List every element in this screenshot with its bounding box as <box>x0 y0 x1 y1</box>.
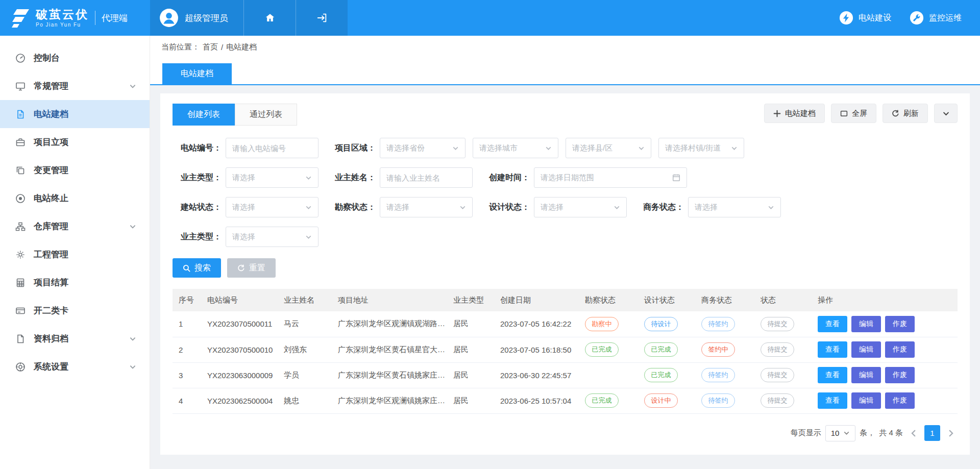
topbar: 破茧云伏 Po Jian Yun Fu 代理端 超级管理员 电站建设 监控运维 <box>0 0 980 36</box>
per-page-select[interactable]: 10 <box>825 425 856 441</box>
view-button[interactable]: 查看 <box>818 367 847 383</box>
column-header: 设计状态 <box>638 289 695 311</box>
table-row: 2YX2023070500010刘强东广东深圳龙华区黄石镇星官大…居民2023-… <box>173 337 958 362</box>
sidebar-item-system-settings[interactable]: 系统设置 <box>0 353 150 381</box>
select-placeholder: 请选择省份 <box>386 143 425 153</box>
district-select[interactable]: 请选择县/区 <box>566 138 651 158</box>
home-button[interactable] <box>243 0 296 36</box>
station-code-input[interactable] <box>226 138 318 158</box>
edit-button[interactable]: 编辑 <box>851 341 881 358</box>
build-status-select[interactable]: 请选择 <box>226 197 318 217</box>
province-select[interactable]: 请选择省份 <box>380 138 465 158</box>
sidebar-item-change-management[interactable]: 变更管理 <box>0 156 150 184</box>
sidebar-item-label: 系统设置 <box>34 361 68 373</box>
view-button[interactable]: 查看 <box>818 392 847 409</box>
breadcrumb: 当前位置： 首页 / 电站建档 <box>150 36 980 58</box>
status-cell <box>579 362 638 388</box>
lightning-icon <box>839 11 853 25</box>
sidebar-item-console[interactable]: 控制台 <box>0 44 150 72</box>
view-button[interactable]: 查看 <box>818 341 847 358</box>
sidebar-item-label: 变更管理 <box>34 164 68 176</box>
sidebar-item-general-management[interactable]: 常规管理 <box>0 72 150 100</box>
nav-monitor-ops[interactable]: 监控运维 <box>910 0 962 36</box>
refresh-button[interactable]: 刷新 <box>883 104 928 123</box>
edit-button[interactable]: 编辑 <box>851 316 881 332</box>
date-range-input[interactable]: 请选择日期范围 <box>534 167 687 188</box>
chevron-down-icon <box>638 145 645 152</box>
filter-row: 电站编号： 项目区域： 请选择省份 请选择城市 <box>173 138 958 158</box>
filter-survey-status: 勘察状态： 请选择 <box>327 197 473 217</box>
collapse-button[interactable] <box>934 104 958 123</box>
chevron-down-icon <box>129 83 136 90</box>
sidebar-item-station-termination[interactable]: 电站终止 <box>0 184 150 212</box>
select-placeholder: 请选择 <box>232 232 255 242</box>
business-status-select[interactable]: 请选择 <box>688 197 781 217</box>
edit-button[interactable]: 编辑 <box>851 392 881 409</box>
sidebar-item-station-filing[interactable]: 电站建档 <box>0 100 150 128</box>
breadcrumb-home-link[interactable]: 首页 <box>203 42 218 52</box>
owner-name-input[interactable] <box>380 167 473 188</box>
date-placeholder: 请选择日期范围 <box>541 173 594 183</box>
void-button[interactable]: 作废 <box>885 341 915 358</box>
logout-button[interactable] <box>296 0 348 36</box>
settings-icon <box>15 362 26 372</box>
column-header: 状态 <box>754 289 812 311</box>
owner-type2-select[interactable]: 请选择 <box>226 227 318 247</box>
sidebar-item-label: 项目立项 <box>34 136 68 148</box>
table-cell: 1 <box>173 311 201 337</box>
table-cell: 2023-06-25 10:57:04 <box>494 388 579 413</box>
sidebar-item-data-archive[interactable]: 资料归档 <box>0 325 150 353</box>
status-cell: 勘察中 <box>579 311 638 337</box>
fullscreen-button[interactable]: 全屏 <box>831 104 876 123</box>
breadcrumb-separator: / <box>221 43 223 52</box>
status-cell: 待签约 <box>695 311 754 337</box>
next-page-button[interactable] <box>946 429 955 438</box>
design-status-select[interactable]: 请选择 <box>534 197 627 217</box>
status-badge: 已完成 <box>585 393 619 408</box>
column-header: 商务状态 <box>695 289 754 311</box>
prev-page-button[interactable] <box>909 429 918 438</box>
sidebar-item-warehouse-management[interactable]: 仓库管理 <box>0 212 150 240</box>
sidebar-item-project-settlement[interactable]: 项目结算 <box>0 268 150 297</box>
city-select[interactable]: 请选择城市 <box>473 138 558 158</box>
brand-tag: 代理端 <box>102 12 128 24</box>
copy-icon <box>15 165 26 176</box>
chevron-down-icon <box>129 363 136 371</box>
user-menu[interactable]: 超级管理员 <box>150 0 243 36</box>
filter-row: 业主类型： 请选择 <box>173 227 958 247</box>
brand: 破茧云伏 Po Jian Yun Fu 代理端 <box>0 0 150 36</box>
search-button[interactable]: 搜索 <box>173 258 221 278</box>
view-button[interactable]: 查看 <box>818 316 847 332</box>
void-button[interactable]: 作废 <box>885 367 915 383</box>
survey-status-select[interactable]: 请选择 <box>380 197 473 217</box>
sidebar-item-project-approval[interactable]: 项目立项 <box>0 128 150 156</box>
sidebar-item-engineering-management[interactable]: 工程管理 <box>0 240 150 268</box>
table-cell: 2023-06-30 22:45:57 <box>494 362 579 388</box>
owner-type-select[interactable]: 请选择 <box>226 167 318 188</box>
tab-create-list[interactable]: 创建列表 <box>173 104 235 126</box>
head-actions: 电站建档 全屏 刷新 <box>764 104 958 123</box>
street-select[interactable]: 请选择村镇/街道 <box>658 138 744 158</box>
filter-label-build-status: 建站状态： <box>173 202 222 213</box>
total-count: 共 4 条 <box>879 428 903 438</box>
table-row: 1YX2023070500011马云广东深圳龙华区观澜镇观湖路…居民2023-0… <box>173 311 958 337</box>
void-button[interactable]: 作废 <box>885 392 915 409</box>
edit-button[interactable]: 编辑 <box>851 367 881 383</box>
page-tab-station-filing[interactable]: 电站建档 <box>162 63 232 84</box>
table-row: 4YX2023062500004姚忠广东深圳龙华区观澜镇姚家庄…居民2023-0… <box>173 388 958 413</box>
tab-passed-list[interactable]: 通过列表 <box>235 104 297 126</box>
per-page-suffix: 条， <box>860 428 875 438</box>
nav-station-build[interactable]: 电站建设 <box>839 0 891 36</box>
filter-label-survey-status: 勘察状态： <box>327 202 376 213</box>
calculator-icon <box>15 278 26 288</box>
briefcase-icon <box>15 137 26 147</box>
content-area: 创建列表 通过列表 电站建档 全屏 <box>150 85 980 469</box>
sidebar-item-type2-card[interactable]: 开二类卡 <box>0 297 150 325</box>
add-station-button[interactable]: 电站建档 <box>764 104 825 123</box>
brand-text: 破茧云伏 Po Jian Yun Fu <box>36 8 89 28</box>
page-number-current[interactable]: 1 <box>924 425 940 441</box>
per-page-label: 每页显示 <box>791 428 821 438</box>
filter-create-time: 创建时间： 请选择日期范围 <box>481 167 687 188</box>
reset-button[interactable]: 重置 <box>227 258 276 278</box>
void-button[interactable]: 作废 <box>885 316 915 332</box>
